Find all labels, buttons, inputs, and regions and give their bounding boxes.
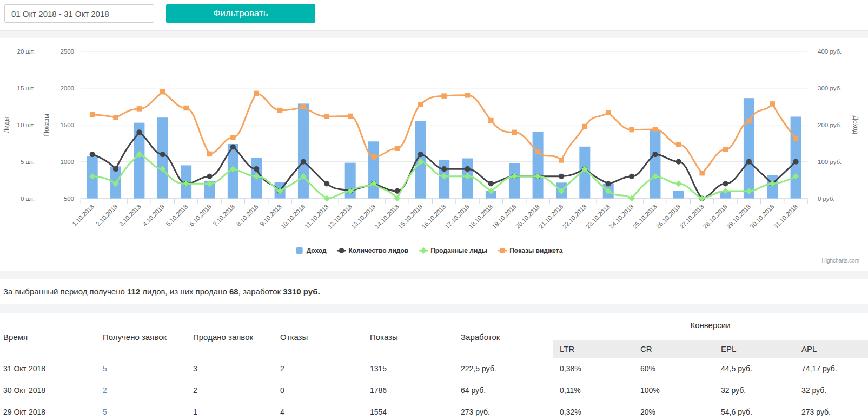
diamond-marker[interactable] [675,180,682,187]
circle-marker[interactable] [113,166,118,172]
cell-apl: 32 руб. [801,379,826,401]
square-marker[interactable] [207,152,213,157]
square-marker[interactable] [653,127,658,132]
revenue-bar[interactable] [509,163,520,198]
square-marker[interactable] [770,101,776,107]
square-marker[interactable] [324,114,330,119]
circle-marker[interactable] [301,159,306,165]
circle-marker[interactable] [606,181,611,186]
circle-marker[interactable] [418,152,423,157]
square-marker[interactable] [793,136,799,141]
square-marker[interactable] [629,127,634,133]
circle-marker[interactable] [339,248,344,253]
square-marker[interactable] [559,158,564,163]
square-marker[interactable] [723,147,728,152]
square-marker[interactable] [582,124,588,129]
table-header-5: Заработок [461,332,500,343]
square-marker[interactable] [348,114,353,119]
square-marker[interactable] [230,135,236,140]
circle-marker[interactable] [254,166,259,172]
revenue-bar[interactable] [791,116,801,198]
circle-marker[interactable] [488,181,494,186]
chart-svg: 0 шт.5000 руб.5 шт.1000100 руб.10 шт.150… [0,38,868,271]
circle-marker[interactable] [324,181,329,186]
date-range-input[interactable] [4,4,154,23]
circle-marker[interactable] [90,152,95,157]
impressions-axis-label: 500 [64,195,74,202]
legend-item-1[interactable]: Количество лидов [337,247,409,254]
leads-chart: 0 шт.5000 руб.5 шт.1000100 руб.10 шт.150… [0,38,868,271]
date-axis-label: 20.10.2018 [514,203,541,230]
square-marker[interactable] [137,106,142,112]
revenue-bar[interactable] [650,130,660,198]
square-marker[interactable] [676,142,681,147]
circle-marker[interactable] [230,144,236,149]
revenue-bar[interactable] [298,103,309,198]
square-marker[interactable] [395,146,400,151]
square-marker[interactable] [465,93,471,98]
circle-marker[interactable] [676,159,681,165]
cell-earnings: 273 руб. [461,401,490,419]
square-marker[interactable] [488,118,494,123]
period-summary: За выбранный период получено 112 лидов, … [3,279,320,304]
circle-marker[interactable] [465,166,470,172]
date-axis-label: 26.10.2018 [655,203,681,230]
circle-marker[interactable] [629,174,634,179]
square-marker[interactable] [160,89,165,95]
square-marker[interactable] [183,106,189,111]
filter-button[interactable]: Фильтровать [166,4,315,23]
revenue-bar[interactable] [533,132,544,199]
circle-marker[interactable] [652,152,658,157]
square-marker[interactable] [418,102,423,107]
received-leads-link[interactable]: 5 [103,408,107,416]
cell-apl: 273 руб. [801,401,831,419]
date-axis-label: 18.10.2018 [467,203,494,230]
cell-epl: 44,5 руб. [721,358,752,379]
legend-label: Количество лидов [349,247,409,254]
circle-marker[interactable] [136,129,142,135]
received-leads-link[interactable]: 5 [103,364,107,373]
square-marker[interactable] [301,104,306,110]
square-marker[interactable] [90,112,95,117]
square-marker[interactable] [277,108,283,113]
diamond-marker[interactable] [420,247,427,254]
received-leads-link[interactable]: 2 [103,386,107,395]
square-marker[interactable] [746,119,752,124]
date-axis-label: 13.10.2018 [350,203,376,230]
revenue-bar[interactable] [157,117,168,198]
revenue-bar[interactable] [673,191,684,198]
square-marker[interactable] [606,110,611,116]
revenue-bar[interactable] [744,98,754,198]
cell-cr: 20% [640,401,655,419]
square-marker[interactable] [254,91,259,96]
circle-marker[interactable] [746,159,752,165]
circle-marker[interactable] [723,181,728,186]
legend-item-0[interactable]: Доход [296,247,327,254]
square-marker[interactable] [371,154,376,160]
legend-item-2[interactable]: Проданные лиды [419,247,487,254]
legend-item-3[interactable]: Показы виджета [498,247,562,254]
chart-axes: 0 шт.5000 руб.5 шт.1000100 руб.10 шт.150… [3,48,859,230]
date-axis-label: 6.10.2018 [188,203,213,227]
circle-marker[interactable] [793,159,799,165]
square-marker[interactable] [441,93,447,99]
circle-marker[interactable] [559,174,564,179]
leads-axis-label: 10 шт. [17,122,35,128]
revenue-bar[interactable] [368,141,379,198]
chart-credit[interactable]: Highcharts.com [822,258,859,264]
square-marker[interactable] [500,248,505,253]
summary-leads-total: 112 [127,287,140,296]
circle-marker[interactable] [441,166,447,172]
date-axis-label: 23.10.2018 [585,203,611,230]
circle-marker[interactable] [160,152,165,157]
impressions-axis-title: Показы [43,114,50,136]
stats-table: Конверсии ВремяПолучено заявокПродано за… [0,313,868,419]
circle-marker[interactable] [207,174,212,179]
square-marker[interactable] [535,149,541,155]
square-marker[interactable] [113,115,118,120]
cell-cr: 100% [640,379,660,401]
square-marker[interactable] [699,171,705,176]
square-marker[interactable] [512,130,517,135]
conversions-subheader-band [553,340,868,358]
summary-suffix: , заработок [238,287,283,296]
